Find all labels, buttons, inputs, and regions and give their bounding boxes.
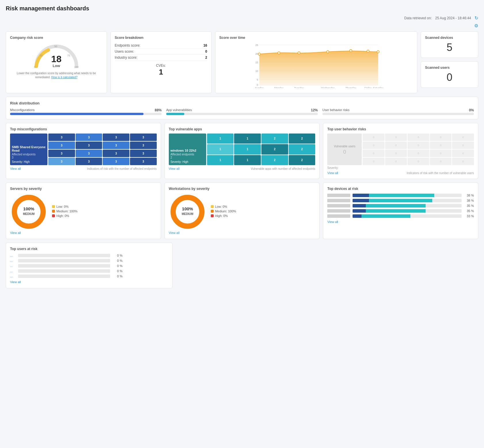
device-bar-bg-0 — [353, 194, 462, 197]
top-misc-note: Indicators of risk with the number of af… — [87, 167, 156, 170]
score-breakdown-card: Score breakdown Endpoints score: 16 User… — [110, 31, 212, 93]
scanned-users-card: Scanned users 0 — [421, 61, 478, 88]
score-breakdown-title: Score breakdown — [115, 36, 207, 40]
dot-orange — [52, 210, 55, 213]
tm-cell: 2 — [289, 144, 315, 154]
svg-text:0: 0 — [34, 66, 35, 68]
user-label-1[interactable]: ... — [10, 259, 16, 262]
user-pct-4: 0 % — [112, 274, 123, 278]
top-bar: Data retrieved on: 25 Aug 2024 - 18:46:4… — [6, 15, 478, 21]
device-bar-fill-3 — [353, 209, 462, 213]
top-misc-treemap: SMB Shared Everyone Read Affected endpoi… — [10, 134, 157, 165]
svg-text:Sunday: Sunday — [255, 87, 264, 88]
device-label-0 — [327, 194, 350, 197]
tm-misc-label: SMB Shared Everyone Read — [12, 145, 46, 152]
db-dark — [353, 214, 361, 218]
tm-cell: 3 — [103, 134, 129, 141]
svg-point-33 — [18, 201, 40, 223]
device-bar-bg-2 — [353, 204, 462, 207]
score-row-endpoints: Endpoints score: 16 — [115, 43, 207, 49]
svg-text:Thursday: Thursday — [345, 87, 356, 88]
user-label-0[interactable]: ... — [10, 254, 16, 257]
devices-view-all[interactable]: View all — [327, 220, 338, 224]
tm-cell: 3 — [76, 150, 102, 157]
top-user-beh-card: Top user behavior risks Vulnerable users… — [323, 123, 478, 179]
svg-point-38 — [177, 201, 198, 223]
row5: Top users at risk ... 0 % ... 0 % ... 0 … — [6, 243, 478, 288]
company-risk-score-title: Company risk score — [10, 36, 43, 40]
top-vuln-note: Vulnerable apps with number of affected … — [251, 167, 315, 170]
industry-value: 2 — [205, 56, 207, 60]
top-ubh-note: Indicators of risk with the number of vu… — [407, 171, 474, 175]
device-label-4 — [327, 214, 350, 218]
user-bar-bg-0 — [18, 254, 110, 257]
device-bar-bg-1 — [353, 199, 462, 202]
top-misconfigurations-card: Top misconfigurations SMB Shared Everyon… — [6, 123, 161, 179]
tm-vuln-footer: View all Vulnerable apps with number of … — [169, 167, 315, 170]
top-users-title: Top users at risk — [10, 247, 168, 251]
user-row: ... 0 % — [10, 264, 168, 268]
scanned-users-value: 0 — [447, 71, 452, 83]
cves-label: CVEs: — [156, 64, 166, 68]
data-retrieved-label: Data retrieved on: — [404, 16, 432, 20]
user-row: ... 0 % — [10, 269, 168, 273]
device-row: 38 % — [327, 199, 474, 202]
dist-app-vuln: App vulnerabilities 12% — [166, 108, 318, 115]
svg-text:25: 25 — [40, 54, 43, 57]
tm-cell: 1 — [207, 134, 234, 144]
servers-view-all[interactable]: View all — [10, 231, 21, 235]
risk-dist-title: Risk distribution — [10, 101, 474, 105]
tm-cell: 3 — [130, 142, 157, 149]
svg-text:50: 50 — [54, 45, 57, 48]
user-label-2[interactable]: ... — [10, 264, 16, 268]
tm-cell: 2 — [261, 155, 288, 165]
dist-misc-label: Misconfigurations 88% — [10, 108, 162, 112]
tm-cell: 3 — [48, 158, 75, 165]
workstations-view-all[interactable]: View all — [169, 231, 180, 235]
settings-icon[interactable]: ⚙ — [474, 23, 478, 28]
gauge-center: 18 Low — [51, 54, 62, 68]
users-view-all[interactable]: View all — [10, 280, 21, 284]
tm-vuln-sub: Affected endpoints — [171, 153, 204, 156]
top-vuln-view-all[interactable]: View all — [169, 167, 180, 170]
gauge: 0 25 50 75 100 18 Low — [33, 42, 79, 68]
device-bar-fill-4 — [353, 214, 462, 218]
tm-cell: 3 — [103, 150, 129, 157]
top-ubh-view-all[interactable]: View all — [327, 171, 338, 175]
svg-text:0: 0 — [257, 83, 258, 86]
svg-text:Friday: Friday — [364, 87, 372, 88]
device-row: 35 % — [327, 204, 474, 207]
score-over-time-title: Score over time — [219, 36, 413, 40]
tm-cell: 2 — [289, 134, 315, 144]
top-vuln-treemap: windows 10 22h2 Affected endpoints 2 Sev… — [169, 134, 315, 165]
servers-title: Servers by severity — [10, 187, 157, 191]
tm-cell: 1 — [207, 155, 234, 165]
svg-text:100%: 100% — [23, 206, 34, 211]
workstations-legend: Low: 0% Medium: 100% High: 0% — [211, 205, 236, 219]
dist-app-bar-fill — [166, 113, 184, 115]
user-label-4[interactable]: ... — [10, 274, 16, 278]
refresh-icon[interactable]: ↻ — [475, 15, 478, 21]
dist-app-label: App vulnerabilities 12% — [166, 108, 318, 112]
cve-section: CVEs: 1 — [115, 64, 207, 77]
svg-point-20 — [326, 51, 329, 53]
user-bar-bg-2 — [18, 264, 110, 268]
tm-cell: 3 — [48, 150, 75, 157]
db-dark — [353, 194, 369, 197]
dist-misconfigurations: Misconfigurations 88% — [10, 108, 162, 115]
top-devices-title: Top devices at risk — [327, 187, 474, 191]
top-misc-view-all[interactable]: View all — [10, 167, 21, 170]
ubh-main-cell: Vulnerable users 0 — [327, 134, 362, 165]
tm-vuln-severity: Severity: High — [171, 160, 204, 163]
score-chart: 25 20 15 10 5 0 — [219, 42, 413, 88]
dist-misc-bar-fill — [10, 113, 144, 115]
how-calculated-link[interactable]: How is it calculated? — [51, 76, 77, 79]
tm-cell: 3 — [130, 134, 157, 141]
scanned-devices-card: Scanned devices 5 — [421, 31, 478, 58]
svg-text:MEDIUM: MEDIUM — [23, 212, 35, 216]
row4: Servers by severity 100% MEDIUM Low: 0% — [6, 182, 478, 239]
svg-point-17 — [258, 53, 260, 55]
user-label-3[interactable]: ... — [10, 269, 16, 273]
legend-medium: Medium: 100% — [52, 209, 77, 213]
top-ubh-treemap: Vulnerable users 0 0 0 0 0 0 0 0 0 0 0 0… — [327, 134, 474, 165]
